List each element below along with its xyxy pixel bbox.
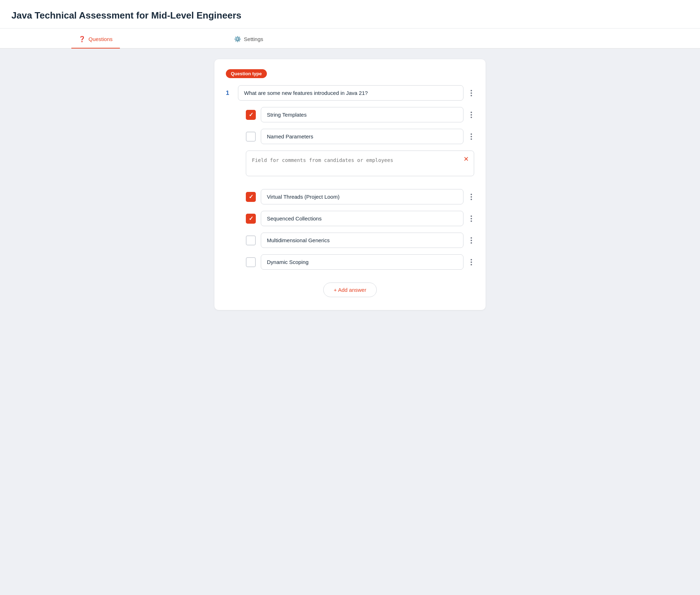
answer-input-3[interactable]: [261, 189, 463, 204]
answer-row: [226, 129, 474, 144]
answer-checkbox-1[interactable]: [246, 110, 256, 120]
add-answer-button[interactable]: + Add answer: [323, 283, 376, 297]
add-answer-btn-wrap: + Add answer: [226, 276, 474, 297]
dot2: [471, 196, 472, 198]
answer-input-2[interactable]: [261, 129, 463, 144]
question-type-badge: Question type: [226, 69, 267, 78]
main-content: ❓ Questions ⚙️ Settings Question type 1: [0, 29, 700, 595]
form-container: Question type 1: [214, 59, 486, 310]
answer-row: [226, 211, 474, 226]
dot1: [471, 259, 472, 260]
comment-field-row: ✕: [226, 151, 474, 183]
tab-questions-label: Questions: [88, 36, 113, 42]
answer-more-button-3[interactable]: [468, 192, 474, 202]
close-icon: ✕: [463, 155, 469, 163]
tabs-bar: ❓ Questions ⚙️ Settings: [0, 29, 700, 49]
tab-settings-label: Settings: [244, 36, 263, 42]
dot2: [471, 261, 472, 263]
question-row: 1: [226, 85, 474, 101]
tab-questions[interactable]: ❓ Questions: [71, 29, 120, 48]
settings-icon: ⚙️: [234, 36, 241, 42]
answer-row: [226, 254, 474, 270]
question-more-button[interactable]: [468, 88, 474, 98]
answer-row: [226, 233, 474, 248]
dot3: [471, 242, 472, 244]
dot2: [471, 218, 472, 219]
answer-more-button-4[interactable]: [468, 213, 474, 224]
answer-checkbox-2[interactable]: [246, 132, 256, 142]
answer-checkbox-3[interactable]: [246, 192, 256, 202]
dot3: [471, 199, 472, 200]
dot1: [471, 112, 472, 113]
dot3: [471, 264, 472, 265]
answer-more-button-2[interactable]: [468, 131, 474, 142]
dot3: [471, 220, 472, 222]
dot1: [471, 194, 472, 195]
dot3: [471, 95, 472, 96]
dot3: [471, 138, 472, 140]
answer-row: [226, 107, 474, 122]
question-input[interactable]: [238, 85, 463, 101]
answer-checkbox-6[interactable]: [246, 257, 256, 267]
dot1: [471, 133, 472, 135]
page-header: Java Technical Assessment for Mid-Level …: [0, 0, 700, 29]
dot3: [471, 117, 472, 118]
answer-checkbox-4[interactable]: [246, 214, 256, 224]
answer-input-4[interactable]: [261, 211, 463, 226]
answer-checkbox-5[interactable]: [246, 235, 256, 245]
comment-field-input[interactable]: [246, 151, 458, 176]
question-number: 1: [226, 90, 233, 97]
comment-close-button[interactable]: ✕: [458, 151, 474, 176]
dot1: [471, 237, 472, 239]
page-title: Java Technical Assessment for Mid-Level …: [11, 10, 689, 21]
dot1: [471, 215, 472, 217]
answer-input-1[interactable]: [261, 107, 463, 122]
comment-field-container: ✕: [246, 151, 474, 176]
tab-settings[interactable]: ⚙️ Settings: [227, 29, 270, 48]
dot1: [471, 90, 472, 91]
answer-more-button-6[interactable]: [468, 257, 474, 268]
dot2: [471, 240, 472, 241]
answer-more-button-5[interactable]: [468, 235, 474, 246]
answer-input-6[interactable]: [261, 254, 463, 270]
dot2: [471, 136, 472, 137]
dot2: [471, 114, 472, 116]
answer-input-5[interactable]: [261, 233, 463, 248]
questions-icon: ❓: [78, 36, 86, 42]
dot2: [471, 92, 472, 94]
answer-more-button-1[interactable]: [468, 110, 474, 120]
answer-row: [226, 189, 474, 204]
